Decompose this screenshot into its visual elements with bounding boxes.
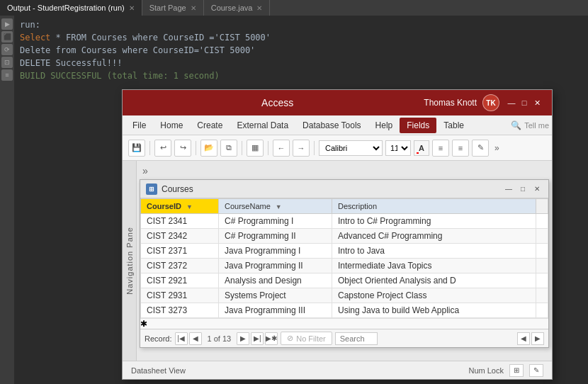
status-icon-2[interactable]: ✎ bbox=[529, 364, 543, 377]
hscroll-right-button[interactable]: ▶ bbox=[531, 332, 544, 345]
courses-restore-button[interactable]: □ bbox=[517, 183, 528, 195]
access-titlebar: Access Thomas Knott TK — □ ✕ bbox=[123, 90, 552, 115]
num-lock-label: Num Lock bbox=[468, 366, 504, 375]
ribbon-fwd-button[interactable]: → bbox=[293, 140, 310, 157]
scroll-col-cell bbox=[536, 244, 548, 259]
col-header-description[interactable]: Description bbox=[332, 199, 536, 214]
sort-icon-coursename: ▼ bbox=[276, 203, 282, 210]
ide-line-4: DELETE Successful!!! bbox=[20, 57, 582, 69]
status-icon-1[interactable]: ⊞ bbox=[509, 364, 524, 377]
menu-table[interactable]: Table bbox=[436, 118, 471, 133]
ide-line-2: Select * FROM Courses where CourseID ='C… bbox=[20, 31, 582, 44]
table-row[interactable]: CIST 2921 Analysis and Design Object Ori… bbox=[141, 273, 548, 288]
ribbon-font-color-button[interactable]: A bbox=[414, 140, 429, 156]
ribbon-save-button[interactable]: 💾 bbox=[128, 140, 145, 157]
hscroll-left-button[interactable]: ◀ bbox=[517, 332, 530, 345]
tab-course-label: Course.java bbox=[211, 4, 253, 12]
record-prev-button[interactable]: ◀ bbox=[189, 332, 202, 345]
cell-coursename: C# Programming II bbox=[219, 229, 332, 244]
ribbon-font-select[interactable]: Calibri bbox=[319, 140, 383, 156]
cell-coursename: Java Programming III bbox=[219, 303, 332, 318]
cell-courseid: CIST 2342 bbox=[141, 229, 219, 244]
access-maximize-button[interactable]: □ bbox=[518, 96, 531, 109]
ribbon-copy-button[interactable]: ⧉ bbox=[220, 140, 237, 157]
table-row[interactable]: CIST 2372 Java Programming II Intermedia… bbox=[141, 259, 548, 273]
table-row[interactable]: CIST 3273 Java Programming III Using Jav… bbox=[141, 303, 548, 318]
select-keyword: Select bbox=[20, 33, 50, 43]
ribbon-align-btn-1[interactable]: ≡ bbox=[432, 140, 449, 157]
table-row[interactable]: CIST 2371 Java Programming I Intro to Ja… bbox=[141, 244, 548, 259]
courses-table-icon: ⊞ bbox=[146, 183, 157, 195]
sidebar-icon-4[interactable]: ⊡ bbox=[1, 57, 13, 68]
table-header-row: CourseID ▼ CourseName ▼ Description bbox=[141, 199, 548, 214]
col-header-coursename[interactable]: CourseName ▼ bbox=[219, 199, 332, 214]
menu-help[interactable]: Help bbox=[368, 118, 400, 133]
menu-fields[interactable]: Fields bbox=[400, 118, 436, 133]
menu-home[interactable]: Home bbox=[153, 118, 190, 133]
ide-line-3: Delete from Courses where CourseID='CIST… bbox=[20, 44, 582, 57]
ribbon-table-button[interactable]: ▦ bbox=[247, 140, 264, 157]
record-next-button[interactable]: ▶ bbox=[237, 332, 249, 345]
cell-coursename: Java Programming I bbox=[219, 244, 332, 259]
record-first-button[interactable]: |◀ bbox=[175, 332, 188, 345]
courses-titlebar: ⊞ Courses — □ ✕ bbox=[140, 180, 548, 198]
ribbon-align-btn-2[interactable]: ≡ bbox=[452, 140, 469, 157]
search-icon: 🔍 bbox=[511, 120, 521, 130]
record-last-button[interactable]: ▶| bbox=[251, 332, 264, 345]
tab-output[interactable]: Output - StudentRegistration (run) ✕ bbox=[0, 0, 142, 16]
menu-database-tools[interactable]: Database Tools bbox=[295, 118, 368, 133]
courses-title: Courses bbox=[162, 184, 503, 194]
cell-coursename: Analysis and Design bbox=[219, 273, 332, 288]
ribbon-open-button[interactable]: 📂 bbox=[200, 140, 217, 157]
courses-table-wrapper: CourseID ▼ CourseName ▼ Description CIST bbox=[140, 198, 548, 329]
search-input[interactable] bbox=[335, 332, 378, 345]
ribbon-back-button[interactable]: ← bbox=[273, 140, 290, 157]
tab-course-java[interactable]: Course.java ✕ bbox=[204, 0, 271, 16]
ribbon-redo-button[interactable]: ↪ bbox=[174, 140, 191, 157]
table-row[interactable]: CIST 2341 C# Programming I Intro to C# P… bbox=[141, 214, 548, 229]
access-close-button[interactable]: ✕ bbox=[531, 96, 543, 109]
col-header-courseid[interactable]: CourseID ▼ bbox=[141, 199, 219, 214]
menu-create[interactable]: Create bbox=[190, 118, 230, 133]
sort-icon-courseid: ▼ bbox=[186, 203, 193, 210]
tab-output-close[interactable]: ✕ bbox=[129, 4, 135, 12]
access-minimize-button[interactable]: — bbox=[505, 96, 518, 109]
access-statusbar: Datasheet View Num Lock ⊞ ✎ bbox=[123, 361, 552, 379]
tab-course-close[interactable]: ✕ bbox=[256, 4, 262, 12]
access-title: Access bbox=[131, 97, 424, 108]
ribbon-format-btn[interactable]: ✎ bbox=[472, 140, 489, 157]
courses-close-button[interactable]: ✕ bbox=[531, 183, 543, 195]
courses-table: CourseID ▼ CourseName ▼ Description CIST bbox=[140, 198, 548, 318]
sidebar-icon-3[interactable]: ⟳ bbox=[1, 44, 13, 55]
ribbon-sep-5 bbox=[314, 141, 315, 155]
table-row[interactable]: CIST 2931 Systems Project Capstone Proje… bbox=[141, 288, 548, 303]
courses-minimize-button[interactable]: — bbox=[503, 183, 514, 195]
tab-start-page[interactable]: Start Page ✕ bbox=[142, 0, 204, 16]
cell-coursename: Systems Project bbox=[219, 288, 332, 303]
table-row[interactable]: CIST 2342 C# Programming II Advanced C# … bbox=[141, 229, 548, 244]
record-new-button[interactable]: ▶✱ bbox=[265, 332, 278, 345]
cell-courseid: CIST 2341 bbox=[141, 214, 219, 229]
main-more-button[interactable]: » bbox=[142, 165, 148, 176]
ide-line-1: run: bbox=[20, 18, 582, 31]
scroll-col-cell bbox=[536, 229, 548, 244]
filter-button[interactable]: ⊘ No Filter bbox=[281, 332, 332, 345]
access-user-name: Thomas Knott bbox=[424, 98, 477, 108]
sidebar-icon-1[interactable]: ▶ bbox=[1, 18, 13, 30]
ribbon-sep-1 bbox=[149, 141, 150, 155]
ribbon-more[interactable]: » bbox=[492, 142, 502, 154]
cell-description: Intermediate Java Topics bbox=[332, 259, 536, 273]
menu-tell-me[interactable]: Tell me bbox=[524, 121, 549, 130]
ide-line-5: BUILD SUCCESSFUL (total time: 1 second) bbox=[20, 69, 582, 82]
hscroll-area: ◀ ▶ bbox=[517, 332, 544, 345]
tab-start-close[interactable]: ✕ bbox=[191, 4, 196, 12]
sidebar-icon-2[interactable]: ⬛ bbox=[1, 31, 13, 43]
cell-coursename: Java Programming II bbox=[219, 259, 332, 273]
menu-external-data[interactable]: External Data bbox=[230, 118, 295, 133]
cell-description: Using Java to build Web Applica bbox=[332, 303, 536, 318]
menu-file[interactable]: File bbox=[125, 118, 153, 133]
sidebar-icon-5[interactable]: ≡ bbox=[1, 69, 13, 81]
ribbon-undo-button[interactable]: ↩ bbox=[154, 140, 171, 157]
filter-label: No Filter bbox=[296, 334, 326, 343]
ribbon-size-select[interactable]: 11 bbox=[385, 140, 411, 156]
